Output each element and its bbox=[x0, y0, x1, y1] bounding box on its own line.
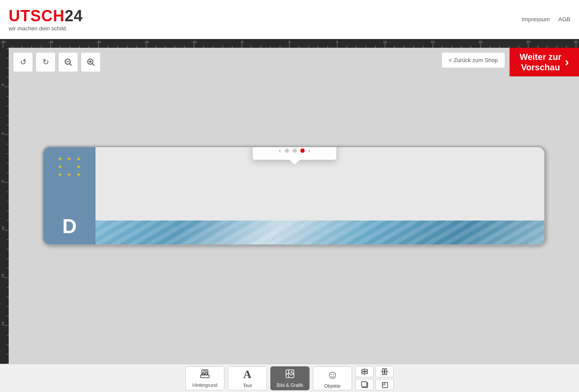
weiter-arrow-icon: › bbox=[565, 55, 569, 69]
align-tool-group bbox=[355, 366, 394, 390]
svg-line-6 bbox=[92, 64, 94, 66]
objekte-icon: ☺ bbox=[327, 368, 339, 382]
svg-point-13 bbox=[291, 371, 293, 373]
align-h-center-icon bbox=[360, 367, 369, 376]
svg-rect-7 bbox=[201, 375, 209, 378]
star-2: ★ bbox=[66, 156, 73, 162]
align-row-2 bbox=[355, 379, 394, 390]
paste-icon bbox=[380, 380, 389, 389]
undo-button[interactable]: ↺ bbox=[13, 52, 33, 72]
bottom-toolbar: Hintergrund A Text Bild & Grafik ☺ Objek… bbox=[0, 364, 579, 392]
tool-text[interactable]: A Text bbox=[228, 366, 267, 390]
license-plate-container: ★ ★ ★ ★ ★ ★ ★ ★ D bbox=[42, 146, 546, 246]
header: UTSCH24 wir machen dein schild. Impressu… bbox=[0, 0, 579, 39]
image-popup: Bild hochladen Bilddatei auswählen › Bib… bbox=[252, 146, 337, 160]
align-v-center-button[interactable] bbox=[375, 366, 394, 377]
star-7: ★ bbox=[56, 171, 64, 178]
text-icon: A bbox=[243, 368, 252, 381]
plate-bottom-strip bbox=[95, 221, 544, 244]
vruler-canvas bbox=[0, 48, 9, 364]
tool-hintergrund[interactable]: Hintergrund bbox=[185, 366, 224, 390]
svg-rect-21 bbox=[362, 382, 367, 387]
plate-content bbox=[95, 147, 544, 244]
pagination-dot-2[interactable] bbox=[293, 148, 297, 153]
back-to-shop-button[interactable]: < Zurück zum Shop bbox=[441, 52, 505, 68]
copy-button[interactable] bbox=[355, 379, 374, 390]
star-6: ★ bbox=[75, 164, 82, 170]
license-plate: ★ ★ ★ ★ ★ ★ ★ ★ D bbox=[42, 146, 546, 246]
svg-rect-23 bbox=[382, 382, 385, 385]
eu-section: ★ ★ ★ ★ ★ ★ ★ ★ D bbox=[43, 147, 95, 244]
agb-link[interactable]: AGB bbox=[559, 16, 570, 23]
star-1: ★ bbox=[56, 156, 64, 162]
star-9: ★ bbox=[75, 171, 82, 178]
pagination-next[interactable]: › bbox=[308, 147, 310, 155]
star-5 bbox=[66, 164, 73, 170]
impressum-link[interactable]: Impressum bbox=[522, 16, 549, 23]
weiter-text: Weiter zur Vorschau bbox=[520, 52, 561, 72]
star-3: ★ bbox=[75, 156, 82, 162]
paste-button[interactable] bbox=[375, 379, 394, 390]
tool-bild-grafik[interactable]: Bild & Grafik bbox=[270, 366, 309, 390]
align-h-center-button[interactable] bbox=[355, 366, 374, 377]
header-nav: Impressum AGB bbox=[522, 16, 570, 23]
weiter-line1: Weiter zur bbox=[520, 52, 561, 62]
objekte-label: Objekte bbox=[324, 383, 341, 389]
zoom-in-button[interactable] bbox=[81, 52, 101, 72]
tool-objekte[interactable]: ☺ Objekte bbox=[313, 366, 352, 390]
text-label: Text bbox=[243, 383, 252, 388]
logo-subtitle: wir machen dein schild. bbox=[9, 25, 83, 32]
toolbar-top: ↺ ↻ bbox=[13, 52, 101, 72]
star-4: ★ bbox=[56, 164, 64, 170]
country-code: D bbox=[62, 214, 76, 238]
star-8: ★ bbox=[66, 171, 73, 178]
pagination-dot-3[interactable] bbox=[300, 148, 305, 153]
redo-button[interactable]: ↻ bbox=[36, 52, 56, 72]
vertical-ruler bbox=[0, 48, 9, 364]
zoom-in-icon bbox=[86, 58, 95, 66]
hintergrund-label: Hintergrund bbox=[192, 382, 217, 388]
pagination-prev[interactable]: ‹ bbox=[279, 147, 281, 155]
pagination-dot-1[interactable] bbox=[285, 148, 289, 153]
weiter-line2: Vorschau bbox=[521, 63, 560, 72]
bild-grafik-icon bbox=[285, 369, 295, 381]
align-v-center-icon bbox=[380, 367, 389, 376]
copy-icon bbox=[360, 380, 369, 389]
bild-grafik-label: Bild & Grafik bbox=[276, 382, 303, 388]
svg-line-2 bbox=[70, 64, 72, 66]
logo-text: UTSCH24 bbox=[9, 7, 83, 25]
canvas-area: ↺ ↻ < Zurück zum Shop bbox=[9, 48, 579, 364]
eu-stars: ★ ★ ★ ★ ★ ★ ★ ★ bbox=[56, 156, 82, 178]
weiter-button[interactable]: Weiter zur Vorschau › bbox=[510, 48, 579, 76]
zoom-out-button[interactable] bbox=[58, 52, 78, 72]
logo: UTSCH24 wir machen dein schild. bbox=[9, 7, 83, 32]
align-row-1 bbox=[355, 366, 394, 377]
zoom-out-icon bbox=[64, 58, 72, 66]
main-area: ↺ ↻ < Zurück zum Shop bbox=[0, 48, 579, 364]
horizontal-ruler bbox=[0, 39, 579, 48]
ruler-canvas bbox=[0, 39, 579, 48]
hintergrund-icon bbox=[200, 369, 210, 381]
popup-pagination: ‹ › bbox=[253, 146, 336, 160]
